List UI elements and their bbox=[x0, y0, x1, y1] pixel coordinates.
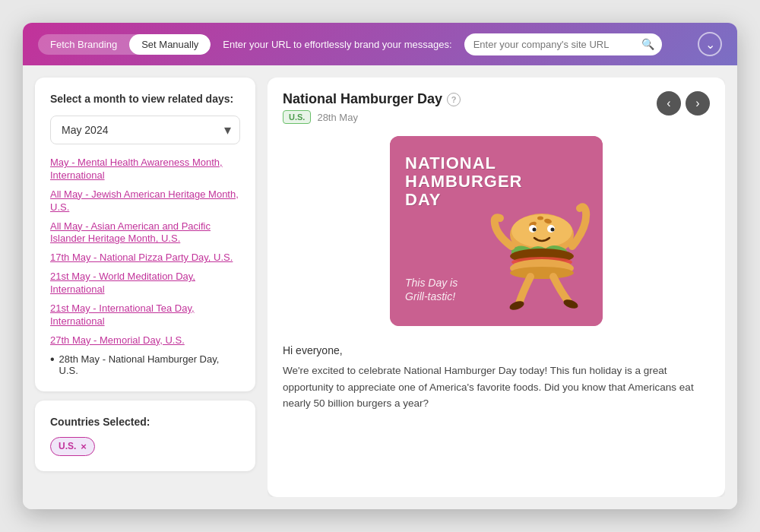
detail-header: National Hamburger Day ? U.S. 28th May ‹… bbox=[283, 91, 710, 124]
day-link-3[interactable]: 17th May - National Pizza Party Day, U.S… bbox=[50, 252, 240, 264]
month-selector-card: Select a month to view related days: Jan… bbox=[35, 78, 255, 391]
month-select-wrap: January 2024 February 2024 March 2024 Ap… bbox=[50, 116, 240, 144]
description-greeting: Hi everyone, bbox=[283, 344, 710, 356]
svg-point-8 bbox=[510, 267, 574, 279]
burger-graphic bbox=[489, 166, 595, 318]
country-tag-us[interactable]: U.S. × bbox=[50, 437, 95, 456]
url-instruction-label: Enter your URL to effortlessly brand you… bbox=[223, 39, 451, 50]
url-input-wrap: 🔍 bbox=[464, 33, 662, 55]
header-bar: Fetch Branding Set Manually Enter your U… bbox=[23, 23, 737, 65]
day-link-2[interactable]: All May - Asian American and Pacific Isl… bbox=[50, 220, 240, 246]
detail-title: National Hamburger Day ? bbox=[283, 91, 461, 107]
month-select[interactable]: January 2024 February 2024 March 2024 Ap… bbox=[50, 116, 240, 144]
image-subtext: This Day is Grill-tastic! bbox=[405, 276, 458, 303]
us-badge: U.S. bbox=[283, 110, 311, 124]
next-day-button[interactable]: › bbox=[686, 91, 710, 116]
svg-point-11 bbox=[533, 228, 537, 232]
branding-toggle: Fetch Branding Set Manually bbox=[38, 34, 211, 55]
set-manually-button[interactable]: Set Manually bbox=[129, 34, 211, 55]
nav-buttons: ‹ › bbox=[657, 91, 710, 116]
day-link-1[interactable]: All May - Jewish American Heritage Month… bbox=[50, 188, 240, 214]
detail-meta: U.S. 28th May bbox=[283, 110, 461, 124]
detail-card: National Hamburger Day ? U.S. 28th May ‹… bbox=[268, 78, 725, 497]
highlighted-day[interactable]: 28th May - National Hamburger Day, U.S. bbox=[50, 353, 240, 376]
fetch-branding-button[interactable]: Fetch Branding bbox=[38, 34, 129, 55]
detail-title-wrap: National Hamburger Day ? U.S. 28th May bbox=[283, 91, 461, 124]
svg-point-4 bbox=[537, 217, 543, 220]
remove-country-button[interactable]: × bbox=[81, 441, 87, 452]
svg-point-12 bbox=[551, 228, 555, 232]
search-icon: 🔍 bbox=[641, 38, 654, 50]
left-panel: Select a month to view related days: Jan… bbox=[35, 78, 255, 497]
countries-card: Countries Selected: U.S. × bbox=[35, 401, 255, 471]
prev-day-button[interactable]: ‹ bbox=[657, 91, 681, 116]
selector-title: Select a month to view related days: bbox=[50, 93, 240, 105]
url-input[interactable] bbox=[464, 33, 662, 55]
expand-button[interactable]: ⌄ bbox=[698, 32, 722, 56]
right-panel: National Hamburger Day ? U.S. 28th May ‹… bbox=[268, 78, 725, 497]
help-icon[interactable]: ? bbox=[447, 93, 461, 106]
day-link-6[interactable]: 27th May - Memorial Day, U.S. bbox=[50, 334, 240, 347]
main-content: Select a month to view related days: Jan… bbox=[23, 65, 737, 509]
holiday-image: NATIONAL HAMBURGER DAY This Day is Grill… bbox=[390, 136, 603, 326]
description-section: Hi everyone, We're excited to celebrate … bbox=[283, 335, 710, 421]
day-link-0[interactable]: May - Mental Health Awareness Month, Int… bbox=[50, 157, 240, 182]
detail-date: 28th May bbox=[317, 112, 357, 123]
country-tag-label: U.S. bbox=[59, 441, 76, 451]
chevron-down-icon: ⌄ bbox=[705, 37, 715, 52]
countries-title: Countries Selected: bbox=[50, 416, 240, 428]
app-window: Fetch Branding Set Manually Enter your U… bbox=[23, 23, 737, 509]
day-link-4[interactable]: 21st May - World Meditation Day, Interna… bbox=[50, 271, 240, 296]
day-link-5[interactable]: 21st May - International Tea Day, Intern… bbox=[50, 302, 240, 328]
description-body: We're excited to celebrate National Hamb… bbox=[283, 363, 710, 412]
